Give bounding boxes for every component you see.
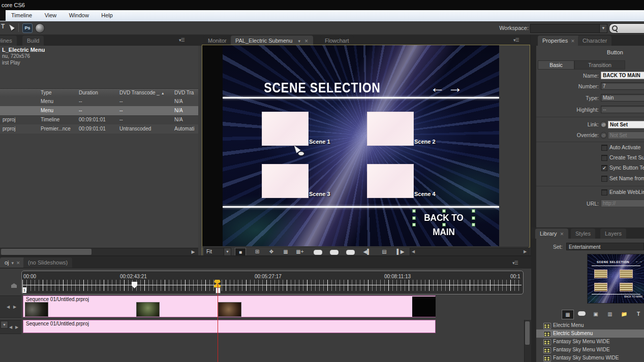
scene4-label[interactable]: Scene 4 xyxy=(414,191,436,197)
panel-menu-icon[interactable]: ▾☰ xyxy=(513,38,519,43)
highlight-activated-button[interactable] xyxy=(346,250,355,255)
show-buttons-button[interactable] xyxy=(576,310,587,318)
audio-clip[interactable]: Sequence 01/Untitled.prproj xyxy=(23,320,436,333)
create-text-sub-checkbox[interactable] xyxy=(601,155,607,161)
tab-dropdown-icon[interactable]: ▾ xyxy=(298,39,300,44)
link-pickwhip-icon[interactable]: @ xyxy=(600,121,607,128)
tab-project-timeline[interactable]: oj▾✕ xyxy=(0,257,25,268)
disc-icon[interactable] xyxy=(35,23,45,33)
tab-properties[interactable]: Properties✕ xyxy=(538,36,579,46)
tab-dropdown-icon[interactable]: ▾ xyxy=(12,260,14,266)
scene4-thumbnail[interactable] xyxy=(367,164,414,198)
show-all-subtitles-button[interactable]: ▦ xyxy=(281,248,291,255)
photoshop-icon[interactable]: Ps xyxy=(22,23,33,33)
tab-styles[interactable]: Styles xyxy=(571,228,595,239)
link-field[interactable]: Not Set xyxy=(608,121,644,128)
selection-handle[interactable] xyxy=(412,216,416,220)
highlight-select[interactable]: -- xyxy=(601,106,644,113)
table-row[interactable]: prproj Timeline 00:09:01:01 -- N/A xyxy=(0,115,198,124)
tab-timelines[interactable]: elines xyxy=(0,36,17,46)
sync-button-text-checkbox[interactable]: ✓ xyxy=(601,165,607,171)
number-field[interactable]: 7 xyxy=(601,82,644,90)
set-name-from-checkbox[interactable] xyxy=(601,176,607,182)
selection-handle[interactable] xyxy=(412,223,416,226)
highlight-normal-button[interactable] xyxy=(314,250,322,255)
page-button[interactable]: ▤ xyxy=(379,248,389,255)
new-subtitle-button[interactable]: ▦+ xyxy=(295,248,305,255)
col-duration[interactable]: Duration xyxy=(79,89,118,97)
auto-activate-checkbox[interactable] xyxy=(601,145,607,151)
show-button-routing-button[interactable]: ✥ xyxy=(266,248,277,255)
scroll-right-arrow-icon[interactable]: ▶ xyxy=(189,248,197,256)
tab-character[interactable]: Character xyxy=(578,36,611,46)
tab-basic[interactable]: Basic xyxy=(538,60,574,70)
scene2-label[interactable]: Scene 2 xyxy=(414,139,436,145)
video-track-header[interactable]: ◀ ▶ xyxy=(0,295,21,318)
next-chapter-button[interactable]: ▌▶ xyxy=(395,248,406,255)
scroll-left-arrow-icon[interactable]: ◀ xyxy=(412,248,415,255)
tab-close-icon[interactable]: ✕ xyxy=(16,260,20,266)
show-layersets-button[interactable]: 📁 xyxy=(619,310,630,318)
playhead-line[interactable] xyxy=(218,283,218,362)
scene3-thumbnail[interactable] xyxy=(262,164,309,198)
tab-monitor[interactable]: Monitor xyxy=(203,36,231,46)
tab-close-icon[interactable]: ✕ xyxy=(560,232,564,237)
scene3-label[interactable]: Scene 3 xyxy=(309,191,330,197)
selection-handle[interactable] xyxy=(472,223,475,226)
prev-arrow-icon[interactable]: ◀ xyxy=(9,325,12,330)
timeline-vscrollbar-thumb[interactable] xyxy=(525,321,530,345)
override-field[interactable]: Not Set xyxy=(608,131,644,139)
show-menus-button[interactable]: ▦ xyxy=(562,310,574,319)
panel-menu-icon[interactable]: ▾☰ xyxy=(512,260,518,266)
prev-arrow-icon[interactable]: ◀ xyxy=(7,305,10,309)
library-item[interactable]: Electric Menu xyxy=(536,321,644,330)
workspace-select[interactable] xyxy=(530,24,600,33)
table-row[interactable]: prproj Premier...nce 00:09:01:01 Untrans… xyxy=(0,124,198,134)
next-arrow-icon[interactable]: ▶ xyxy=(13,305,16,309)
url-field[interactable]: http:// xyxy=(601,200,644,207)
tab-transition[interactable]: Transition xyxy=(574,60,625,70)
type-select[interactable]: Main xyxy=(601,94,644,102)
audio-track-header[interactable]: ▼ ◀ ▶ xyxy=(0,320,21,334)
tab-no-slideshows[interactable]: (no Slideshows) xyxy=(23,257,72,268)
menu-timeline[interactable]: Timeline xyxy=(6,10,37,21)
zoom-dropdown-arrow-icon[interactable]: ▼ xyxy=(224,248,231,256)
next-arrow-icon[interactable]: ▶ xyxy=(15,325,18,330)
chapter-1-marker[interactable]: 1 xyxy=(22,287,26,293)
previous-chapter-button[interactable]: ◀▌ xyxy=(362,248,372,255)
tab-layers[interactable]: Layers xyxy=(600,228,626,239)
tab-close-icon[interactable]: ✕ xyxy=(571,39,575,44)
video-clip[interactable]: Sequence 01/Untitled.prproj xyxy=(23,295,436,317)
override-pickwhip-icon[interactable]: @ xyxy=(600,132,607,139)
project-hscrollbar-thumb[interactable] xyxy=(1,249,91,255)
selection-handle[interactable] xyxy=(472,209,475,213)
name-field[interactable]: BACK TO MAIN xyxy=(601,72,644,79)
library-item[interactable]: Fantasy Sky Submenu WIDE xyxy=(536,354,644,362)
show-backgrounds-button[interactable]: ▥ xyxy=(604,310,616,318)
show-guides-button[interactable]: ⊞ xyxy=(252,248,262,255)
tab-build[interactable]: Build xyxy=(22,36,44,46)
library-item[interactable]: Fantasy Sky Menu WIDE xyxy=(536,346,644,354)
selection-handle[interactable] xyxy=(412,209,416,213)
text-tool-icon[interactable]: T xyxy=(1,23,5,30)
selection-handle[interactable] xyxy=(442,223,446,226)
monitor-scroll-trough[interactable] xyxy=(410,248,530,256)
table-row-selected[interactable]: Menu -- -- N/A xyxy=(0,106,198,115)
col-type[interactable]: Type xyxy=(41,89,77,97)
tab-flowchart[interactable]: Flowchart xyxy=(320,36,354,46)
col-transcode[interactable]: DVD Transcode _ ▲ xyxy=(119,89,172,97)
tab-library[interactable]: Library✕ xyxy=(535,228,568,239)
tab-pal-electric-submenu[interactable]: PAL_Electric Submenu ▾ ✕ xyxy=(231,36,313,46)
table-row[interactable]: Menu -- -- N/A xyxy=(0,97,198,106)
library-item-selected[interactable]: Electric Submenu xyxy=(536,330,644,338)
enable-weblink-checkbox[interactable] xyxy=(601,189,607,195)
set-select[interactable]: Entertainment xyxy=(566,243,644,250)
dvd-menu-preview[interactable]: SCENE SELECTION ←→ Scene 1 Scene 2 Scene… xyxy=(223,45,499,246)
panel-menu-icon[interactable]: ▾☰ xyxy=(179,38,185,43)
scroll-right-arrow-icon[interactable]: ▶ xyxy=(524,248,527,255)
scene2-thumbnail[interactable] xyxy=(367,112,414,146)
scene1-thumbnail[interactable] xyxy=(262,112,309,146)
show-images-button[interactable]: ▣ xyxy=(590,310,601,318)
library-item[interactable]: Fantasy Sky Menu WIDE xyxy=(536,338,644,346)
show-text-button[interactable]: T xyxy=(633,310,644,318)
